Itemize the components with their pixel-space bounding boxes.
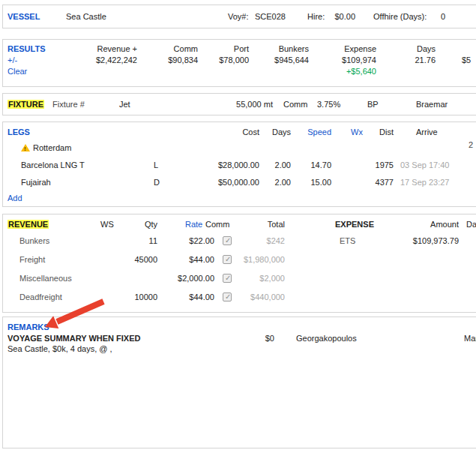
revenue-header-ws: WS bbox=[100, 220, 114, 229]
remarks-section: REMARKS VOYAGE SUMMARY WHEN FIXED $0 Geo… bbox=[2, 316, 476, 448]
results-value-days: 21.76 bbox=[361, 56, 436, 64]
warning-icon bbox=[21, 144, 30, 152]
results-header-bunkers: Bunkers bbox=[234, 44, 309, 53]
remarks-title: VOYAGE SUMMARY WHEN FIXED bbox=[7, 334, 140, 343]
legs-section: LEGS Cost Days Speed Wx Dist Arrive 2 Ro… bbox=[2, 122, 476, 207]
revenue-row-misc-label: Miscellaneous bbox=[19, 274, 72, 283]
legs-header-arrive: Arrive bbox=[416, 128, 438, 136]
leg-speed-fujairah[interactable]: 15.00 bbox=[294, 178, 331, 187]
expense-amount-ets: $109,973.79 bbox=[399, 236, 459, 245]
fixture-section: FIXTURE Fixture # Jet 55,000 mt Comm 3.7… bbox=[2, 93, 476, 116]
leg-cost-fujairah[interactable]: $50,000.00 bbox=[203, 178, 259, 187]
leg-port-fujairah[interactable]: Fujairah bbox=[21, 178, 51, 187]
comm-checkbox-freight[interactable] bbox=[223, 255, 232, 264]
fixture-number-label: Fixture # bbox=[52, 100, 85, 109]
annotation-arrow-icon bbox=[39, 298, 106, 334]
revenue-total-bunkers: $242 bbox=[232, 236, 285, 245]
leg-days-barcelona[interactable]: 2.00 bbox=[257, 160, 291, 170]
remarks-author: Georgakopoulos bbox=[296, 334, 357, 343]
leg-speed-barcelona[interactable]: 14.70 bbox=[294, 160, 331, 170]
revenue-row-bunkers-label: Bunkers bbox=[19, 236, 49, 245]
legs-clipped-value: 2 bbox=[469, 140, 473, 149]
revenue-header-total: Total bbox=[240, 220, 285, 229]
offhire-days-value[interactable]: 0 bbox=[441, 12, 445, 21]
add-leg-link[interactable]: Add bbox=[7, 194, 22, 202]
leg-type-barcelona[interactable]: L bbox=[154, 160, 158, 170]
leg-cost-barcelona[interactable]: $28,000.00 bbox=[203, 160, 259, 170]
results-section: RESULTS +/- Clear Revenue + $2,422,242 C… bbox=[2, 39, 476, 87]
broker-field[interactable]: Braemar bbox=[416, 100, 448, 109]
bp-label: BP bbox=[367, 100, 379, 109]
legs-header-speed-link[interactable]: Speed bbox=[294, 128, 331, 136]
fixture-section-label: FIXTURE bbox=[7, 100, 44, 109]
leg-arrive-barcelona: 03 Sep 17:40 bbox=[400, 160, 449, 170]
vessel-name-field[interactable]: Sea Castle bbox=[66, 12, 106, 21]
plus-minus-link[interactable]: +/- bbox=[7, 56, 17, 64]
clear-link[interactable]: Clear bbox=[7, 67, 27, 76]
expense-header-amount: Amount bbox=[414, 220, 459, 229]
remarks-amount: $0 bbox=[244, 334, 274, 343]
revenue-header-qty: Qty bbox=[120, 220, 157, 229]
remarks-body-text[interactable]: Sea Castle, $0k, 4 days, @ , bbox=[7, 344, 112, 353]
comm-checkbox-bunkers[interactable] bbox=[223, 236, 232, 245]
leg-type-fujairah[interactable]: D bbox=[154, 178, 160, 187]
voyage-number-label: Voy#: bbox=[228, 12, 249, 21]
hire-value-field[interactable]: $0.00 bbox=[322, 12, 355, 21]
remarks-clipped-value: Mar bbox=[464, 334, 476, 343]
revenue-total-freight: $1,980,000 bbox=[232, 255, 285, 264]
expense-section-label: EXPENSE bbox=[335, 220, 374, 229]
vessel-section: VESSEL Sea Castle Voy#: SCE028 Hire: $0.… bbox=[2, 4, 476, 28]
offhire-days-label: Offhire (Days): bbox=[373, 12, 427, 21]
results-expense-delta: +$5,640 bbox=[301, 67, 376, 76]
revenue-header-rate-link[interactable]: Rate bbox=[185, 220, 202, 229]
leg-arrive-fujairah: 17 Sep 23:27 bbox=[400, 178, 449, 187]
revenue-total-misc: $2,000 bbox=[232, 274, 285, 283]
leg-dist-barcelona: 1975 bbox=[360, 160, 394, 170]
results-value-bunkers: $945,644 bbox=[234, 56, 309, 64]
revenue-total-deadfreight: $440,000 bbox=[232, 292, 285, 302]
legs-header-cost: Cost bbox=[207, 128, 259, 136]
revenue-section-label: REVENUE bbox=[7, 220, 49, 229]
comm-checkbox-deadfreight[interactable] bbox=[223, 292, 232, 302]
revenue-rate-misc[interactable]: $2,000.00 bbox=[162, 274, 214, 283]
revenue-rate-bunkers[interactable]: $22.00 bbox=[162, 236, 214, 245]
revenue-qty-deadfreight[interactable]: 10000 bbox=[120, 292, 157, 302]
revenue-qty-bunkers[interactable]: 11 bbox=[120, 236, 157, 245]
expense-clipped-header: Da bbox=[466, 220, 476, 229]
revenue-rate-deadfreight[interactable]: $44.00 bbox=[162, 292, 214, 302]
results-header-days: Days bbox=[361, 44, 436, 53]
voyage-number-value[interactable]: SCE028 bbox=[255, 12, 286, 21]
revenue-qty-freight[interactable]: 45000 bbox=[120, 255, 157, 264]
leg-port-barcelona[interactable]: Barcelona LNG T bbox=[21, 160, 85, 170]
results-section-label[interactable]: RESULTS bbox=[7, 44, 46, 53]
fixture-comm-value[interactable]: 3.75% bbox=[317, 100, 340, 109]
revenue-row-freight-label: Freight bbox=[19, 255, 45, 264]
revenue-header-comm: Comm bbox=[205, 220, 229, 229]
legs-section-label[interactable]: LEGS bbox=[7, 128, 30, 136]
cargo-quantity-field[interactable]: 55,000 mt bbox=[213, 100, 273, 109]
expense-row-ets-label: ETS bbox=[340, 236, 355, 245]
leg-port-rotterdam[interactable]: Rotterdam bbox=[33, 143, 71, 152]
fixture-comm-label: Comm bbox=[283, 100, 307, 109]
legs-header-days: Days bbox=[257, 128, 291, 136]
leg-days-fujairah[interactable]: 2.00 bbox=[257, 178, 291, 187]
vessel-section-label[interactable]: VESSEL bbox=[7, 12, 40, 21]
comm-checkbox-misc[interactable] bbox=[223, 274, 232, 283]
results-clipped-value: $5 bbox=[462, 56, 471, 64]
legs-header-dist: Dist bbox=[360, 128, 394, 136]
cargo-field[interactable]: Jet bbox=[119, 100, 130, 109]
revenue-rate-freight[interactable]: $44.00 bbox=[162, 255, 214, 264]
leg-dist-fujairah: 4377 bbox=[360, 178, 394, 187]
